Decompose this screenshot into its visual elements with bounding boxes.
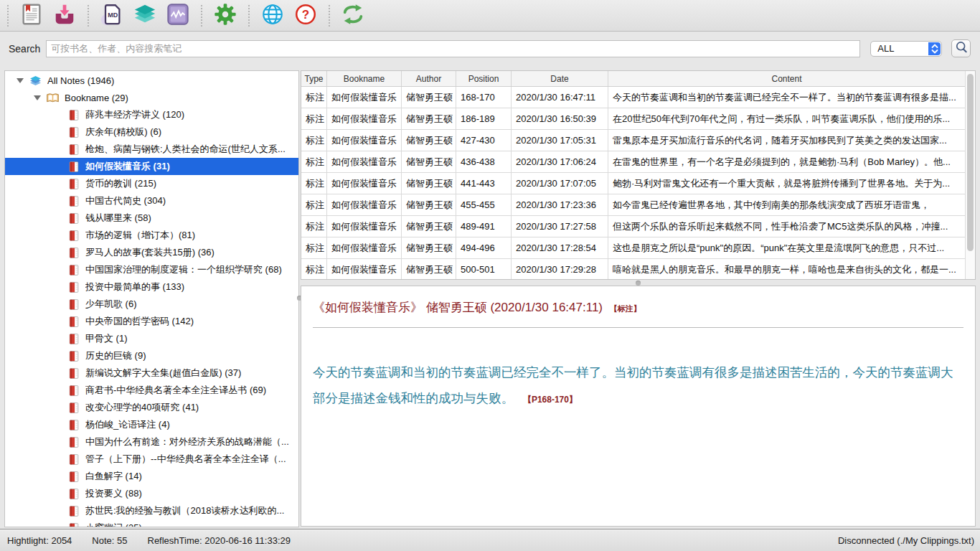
red-book-icon	[67, 488, 80, 500]
sidebar-book-item[interactable]: 市场的逻辑（增订本）(81)	[5, 227, 298, 244]
red-book-icon	[67, 436, 80, 448]
toolbar: MD	[0, 0, 980, 32]
book-label: 中央帝国的哲学密码 (142)	[85, 315, 194, 328]
sidebar-book-item[interactable]: 庆余年(精校版) (6)	[5, 123, 298, 141]
table-row[interactable]: 标注 如何假装懂音乐 储智勇王硕 455-455 2020/1/30 17:23…	[301, 194, 965, 216]
cell-date: 2020/1/30 17:06:24	[512, 151, 608, 172]
sidebar-book-item[interactable]: 中央帝国的哲学密码 (142)	[5, 313, 298, 330]
book-label: 小窗幽记 (35)	[85, 522, 142, 527]
cell-author: 储智勇王硕	[402, 130, 456, 151]
svg-text:MD: MD	[108, 11, 118, 19]
table-row[interactable]: 标注 如何假装懂音乐 储智勇王硕 500-501 2020/1/30 17:29…	[301, 259, 965, 280]
sidebar-book-item[interactable]: 枪炮、病菌与钢铁:人类社会的命运(世纪人文系...	[5, 141, 298, 158]
sidebar-book-item[interactable]: 小窗幽记 (35)	[5, 519, 298, 527]
sync-button[interactable]	[340, 3, 366, 29]
sidebar-book-item[interactable]: 杨伯峻_论语译注 (4)	[5, 416, 298, 433]
table-scrollbar-track[interactable]	[965, 71, 975, 279]
red-book-icon	[67, 367, 80, 380]
sidebar-book-item[interactable]: 少年凯歌 (6)	[5, 296, 298, 313]
book-label: 白鱼解字 (14)	[85, 470, 142, 483]
sidebar-book-item[interactable]: 钱从哪里来 (58)	[5, 209, 298, 227]
book-label: 货币的教训 (215)	[85, 177, 156, 190]
table-row[interactable]: 标注 如何假装懂音乐 储智勇王硕 186-189 2020/1/30 16:50…	[301, 108, 965, 130]
column-header-bookname[interactable]: Bookname	[327, 71, 402, 86]
book-label: 苏世民:我的经验与教训（2018读桥水达利欧的...	[85, 504, 284, 517]
note-detail-header: 《如何假装懂音乐》 储智勇王硕 (2020/1/30 16:47:11) 【标注…	[313, 299, 963, 316]
gear-icon	[213, 2, 237, 29]
sidebar-book-item[interactable]: 投资要义 (88)	[5, 485, 298, 502]
table-row[interactable]: 标注 如何假装懂音乐 储智勇王硕 168-170 2020/1/30 16:47…	[301, 87, 965, 108]
column-header-author[interactable]: Author	[402, 71, 456, 86]
all-notes-label: All Notes (1946)	[47, 75, 114, 86]
cell-date: 2020/1/30 17:27:58	[512, 216, 608, 237]
sidebar-book-item[interactable]: 投资中最简单的事 (133)	[5, 278, 298, 296]
stats-waveform-icon	[166, 2, 190, 29]
settings-button[interactable]	[212, 3, 238, 29]
sidebar-book-item[interactable]: 如何假装懂音乐 (31)	[5, 158, 298, 175]
sidebar-book-item[interactable]: 苏世民:我的经验与教训（2018读桥水达利欧的...	[5, 502, 298, 519]
search-go-button[interactable]	[951, 39, 971, 57]
cell-content: 在雷鬼的世界里，有一个名字是必须提到的，就是鲍勃·马利（Bob Marley）。…	[608, 151, 965, 172]
toolbar-separator	[201, 5, 202, 27]
column-header-position[interactable]: Position	[456, 71, 512, 86]
book-label: 新编说文解字大全集(超值白金版) (37)	[85, 367, 241, 380]
red-book-icon	[67, 126, 80, 138]
table-header: Type Bookname Author Position Date Conte…	[301, 71, 965, 87]
sidebar-book-item[interactable]: 新编说文解字大全集(超值白金版) (37)	[5, 364, 298, 382]
cell-bookname: 如何假装懂音乐	[327, 130, 402, 151]
sidebar-book-item[interactable]: 管子（上下册）--中华经典名著全本全注全译（...	[5, 451, 298, 468]
filter-dropdown[interactable]: ALL	[870, 41, 942, 57]
table-row[interactable]: 标注 如何假装懂音乐 储智勇王硕 436-438 2020/1/30 17:06…	[301, 151, 965, 173]
column-header-date[interactable]: Date	[512, 71, 608, 86]
cell-position: 436-438	[456, 151, 512, 172]
search-input[interactable]	[46, 40, 860, 57]
filter-dropdown-value: ALL	[871, 43, 894, 54]
cell-position: 168-170	[456, 87, 512, 108]
table-row[interactable]: 标注 如何假装懂音乐 储智勇王硕 427-430 2020/1/30 17:05…	[301, 130, 965, 151]
column-header-content[interactable]: Content	[608, 71, 965, 86]
horizontal-splitter-handle[interactable]	[636, 281, 641, 286]
web-button[interactable]	[260, 3, 286, 29]
sidebar-book-item[interactable]: 改变心理学的40项研究 (41)	[5, 399, 298, 416]
help-button[interactable]: ?	[293, 3, 319, 29]
sidebar-book-item[interactable]: 中国国家治理的制度逻辑：一个组织学研究 (68)	[5, 261, 298, 278]
disclosure-triangle-icon[interactable]	[17, 78, 24, 83]
sidebar-item-all-notes[interactable]: All Notes (1946)	[5, 72, 298, 89]
cell-position: 455-455	[456, 194, 512, 215]
import-icon	[52, 2, 77, 29]
cell-position: 494-496	[456, 237, 512, 258]
sidebar-item-bookname-group[interactable]: Bookname (29)	[5, 89, 298, 106]
sidebar-book-item[interactable]: 甲骨文 (1)	[5, 330, 298, 347]
sidebar-book-item[interactable]: 中国古代简史 (304)	[5, 192, 298, 209]
status-bar: Hightlight: 2054 Note: 55 RefleshTime: 2…	[0, 529, 980, 551]
table-row[interactable]: 标注 如何假装懂音乐 储智勇王硕 489-491 2020/1/30 17:27…	[301, 216, 965, 237]
red-book-icon	[67, 230, 80, 242]
disclosure-triangle-icon[interactable]	[34, 95, 41, 100]
column-header-type[interactable]: Type	[301, 71, 327, 86]
import-clippings-button[interactable]	[52, 3, 77, 29]
cell-bookname: 如何假装懂音乐	[327, 216, 402, 237]
sidebar-book-item[interactable]: 白鱼解字 (14)	[5, 468, 298, 485]
book-label: 薛兆丰经济学讲义 (120)	[85, 108, 184, 121]
notes-document-button[interactable]	[19, 3, 44, 29]
red-book-icon	[67, 419, 80, 431]
red-book-icon	[67, 195, 80, 207]
cell-date: 2020/1/30 16:47:11	[512, 87, 608, 108]
stats-button[interactable]	[165, 3, 191, 29]
cell-bookname: 如何假装懂音乐	[327, 237, 402, 258]
table-row[interactable]: 标注 如何假装懂音乐 储智勇王硕 441-443 2020/1/30 17:07…	[301, 173, 965, 194]
cell-author: 储智勇王硕	[402, 237, 456, 258]
sidebar-book-item[interactable]: 商君书-中华经典名著全本全注全译丛书 (69)	[5, 382, 298, 399]
table-row[interactable]: 标注 如何假装懂音乐 储智勇王硕 494-496 2020/1/30 17:28…	[301, 237, 965, 259]
sidebar-book-item[interactable]: 中国为什么有前途：对外经济关系的战略潜能（...	[5, 433, 298, 451]
layers-button[interactable]	[132, 3, 158, 29]
sidebar-book-item[interactable]: 罗马人的故事(套装共15册) (36)	[5, 244, 298, 261]
connection-status: Disconnected (./My Clippings.txt)	[838, 535, 974, 546]
markdown-export-button[interactable]: MD	[99, 3, 125, 29]
sidebar-book-item[interactable]: 历史的巨镜 (9)	[5, 347, 298, 364]
sidebar-book-item[interactable]: 货币的教训 (215)	[5, 175, 298, 192]
table-scrollbar-thumb[interactable]	[967, 74, 974, 251]
cell-type: 标注	[301, 130, 327, 151]
sidebar-book-item[interactable]: 薛兆丰经济学讲义 (120)	[5, 106, 298, 123]
red-book-icon	[67, 109, 80, 121]
